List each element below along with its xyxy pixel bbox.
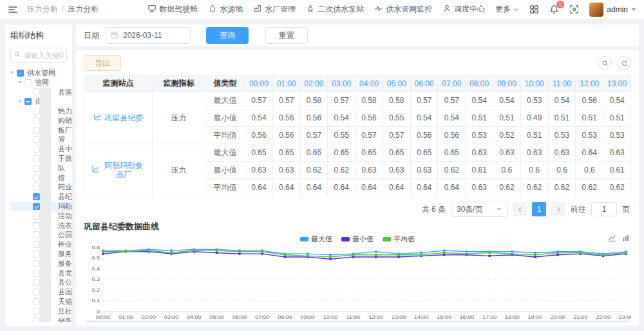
tree-node-0[interactable]: 供水管网 [10, 68, 72, 78]
data-point[interactable] [397, 256, 400, 258]
tree-checkbox[interactable] [33, 127, 40, 134]
data-point[interactable] [375, 256, 377, 258]
prev-page-button[interactable] [513, 202, 527, 216]
tree-checkbox[interactable] [33, 146, 40, 153]
tree-checkbox[interactable] [33, 308, 40, 315]
data-point[interactable] [102, 252, 104, 255]
data-point[interactable] [442, 254, 445, 256]
menu-icon[interactable] [8, 4, 19, 15]
tree-checkbox[interactable] [33, 222, 40, 229]
station-link[interactable]: 巩留县纪委 [93, 113, 143, 123]
tree-checkbox[interactable] [33, 193, 40, 200]
data-point[interactable] [238, 252, 241, 255]
user-menu[interactable]: admin [589, 3, 636, 17]
data-point[interactable] [511, 251, 513, 253]
tree-checkbox[interactable] [33, 317, 40, 322]
data-point[interactable] [102, 251, 104, 253]
tree-checkbox[interactable] [17, 70, 24, 77]
data-point[interactable] [352, 254, 354, 256]
data-point[interactable] [375, 251, 377, 253]
legend-item-0[interactable]: 最大值 [300, 234, 332, 244]
tree-node-1[interactable]: 管网 [10, 78, 72, 88]
tree-caret-icon[interactable] [18, 81, 22, 84]
station-link[interactable]: 阿勒玛勒食品厂 [91, 161, 145, 180]
tree-checkbox[interactable] [33, 117, 40, 124]
breadcrumb-parent[interactable]: 压力分析 [27, 5, 58, 14]
data-point[interactable] [488, 252, 491, 254]
data-point[interactable] [329, 256, 332, 258]
data-point[interactable] [601, 254, 604, 256]
tree-checkbox[interactable] [33, 203, 40, 210]
data-point[interactable] [466, 252, 468, 255]
tree-checkbox[interactable] [33, 184, 40, 191]
data-point[interactable] [442, 249, 445, 252]
data-point[interactable] [193, 249, 195, 252]
data-point[interactable] [238, 251, 241, 253]
tree-checkbox[interactable] [24, 98, 32, 105]
next-page-button[interactable] [551, 202, 565, 216]
bar-chart-icon[interactable] [621, 234, 630, 244]
tree-caret-icon[interactable] [10, 71, 14, 74]
line-chart-icon[interactable] [608, 234, 616, 244]
tree-checkbox[interactable] [33, 136, 40, 143]
page-size-select[interactable]: 30条/页 [451, 202, 507, 217]
tree-caret-icon[interactable] [18, 100, 22, 103]
data-point[interactable] [261, 252, 263, 255]
tree-checkbox[interactable] [33, 213, 40, 220]
data-point[interactable] [329, 254, 332, 256]
data-point[interactable] [170, 249, 173, 252]
tree-checkbox[interactable] [33, 241, 40, 248]
apps-grid-icon[interactable] [529, 5, 539, 14]
data-point[interactable] [534, 254, 536, 256]
tree-checkbox[interactable] [33, 88, 40, 95]
nav-item-3[interactable]: 二次供水泵站 [306, 4, 364, 15]
more-menu[interactable]: 更多 [495, 4, 519, 15]
tree-checkbox[interactable] [33, 288, 40, 296]
data-point[interactable] [307, 252, 309, 255]
nav-item-0[interactable]: 数据驾驶舱 [147, 4, 198, 15]
data-point[interactable] [124, 251, 127, 253]
data-point[interactable] [420, 254, 422, 256]
legend-item-1[interactable]: 最小值 [341, 234, 374, 244]
query-button[interactable]: 查询 [206, 27, 249, 44]
data-point[interactable] [556, 254, 559, 256]
current-page-button[interactable]: 1 [532, 202, 546, 216]
data-point[interactable] [534, 256, 536, 258]
nav-item-1[interactable]: 水源地 [208, 4, 243, 15]
data-point[interactable] [511, 252, 513, 255]
fullscreen-scan-icon[interactable] [569, 5, 579, 14]
tree-checkbox[interactable] [33, 251, 40, 258]
data-point[interactable] [556, 252, 559, 254]
tree-checkbox[interactable] [24, 79, 32, 86]
zoom-search-icon[interactable] [598, 56, 612, 70]
nav-item-2[interactable]: 水厂管理 [253, 4, 296, 15]
tree-checkbox[interactable] [33, 260, 40, 267]
data-point[interactable] [375, 254, 377, 256]
data-point[interactable] [420, 252, 422, 254]
goto-page-input[interactable] [591, 202, 617, 216]
legend-item-2[interactable]: 平均值 [383, 234, 415, 244]
data-point[interactable] [170, 252, 173, 254]
line-chart[interactable]: 00.10.20.30.40.50.600:0001:0002:0003:000… [84, 244, 631, 321]
data-point[interactable] [488, 254, 491, 257]
nav-item-4[interactable]: 供水管网监控 [374, 4, 432, 15]
data-point[interactable] [307, 254, 309, 257]
data-point[interactable] [329, 258, 332, 260]
data-point[interactable] [579, 252, 582, 254]
data-point[interactable] [352, 256, 354, 258]
tree-checkbox[interactable] [33, 108, 40, 115]
tree-checkbox[interactable] [33, 175, 40, 182]
refresh-icon[interactable] [617, 56, 631, 70]
data-point[interactable] [442, 252, 445, 254]
data-point[interactable] [534, 252, 536, 254]
data-point[interactable] [625, 252, 627, 254]
nav-item-5[interactable]: 调度中心 [442, 4, 485, 15]
tree-checkbox[interactable] [33, 279, 40, 286]
tree-checkbox[interactable] [33, 270, 40, 277]
data-point[interactable] [283, 256, 286, 258]
export-button[interactable]: 导出 [84, 55, 121, 71]
data-point[interactable] [215, 249, 218, 252]
notification-bell-icon[interactable]: 5 [549, 5, 559, 14]
tree-checkbox[interactable] [33, 298, 40, 305]
data-point[interactable] [397, 254, 400, 256]
